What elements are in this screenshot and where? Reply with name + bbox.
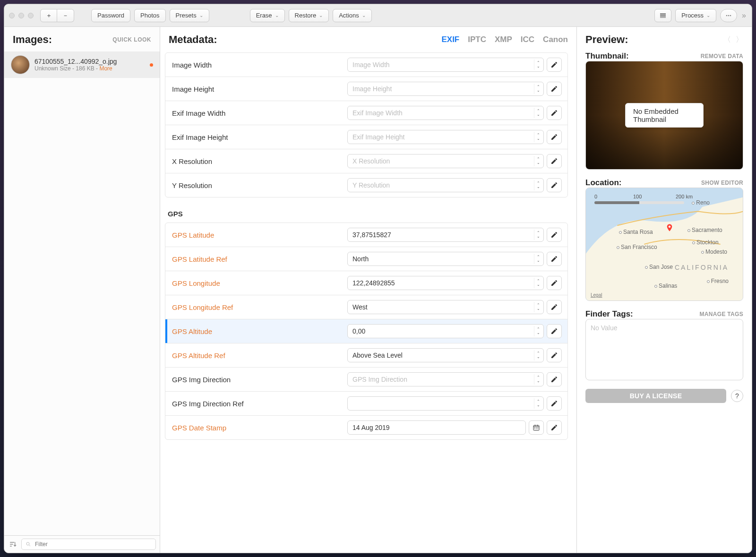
help-button[interactable]: ? — [731, 390, 743, 402]
svg-rect-0 — [660, 13, 666, 15]
prev-image-button[interactable]: 〈 — [723, 35, 731, 45]
table-row[interactable]: GPS Img Direction Ref⌃⌄ — [165, 391, 567, 415]
value-field[interactable]: 37,87515827⌃⌄ — [347, 228, 544, 242]
add-button[interactable]: ＋ — [40, 9, 57, 22]
stepper-arrows[interactable]: ⌃⌄ — [534, 108, 541, 118]
edit-button[interactable] — [547, 276, 562, 290]
select-arrows[interactable]: ⌃⌄ — [534, 254, 541, 264]
table-row[interactable]: X ResolutionX Resolution⌃⌄ — [165, 149, 567, 173]
more-link[interactable]: More — [99, 65, 112, 72]
edit-button[interactable] — [547, 58, 562, 72]
sort-button[interactable] — [8, 540, 17, 549]
value-field[interactable]: 122,24892855⌃⌄ — [347, 276, 544, 290]
erase-button[interactable]: Erase ⌄ — [250, 9, 285, 22]
value-field[interactable]: Image Height⌃⌄ — [347, 82, 544, 96]
table-row[interactable]: GPS Altitude RefAbove Sea Level⌃⌄ — [165, 343, 567, 367]
select-arrows[interactable]: ⌃⌄ — [534, 302, 541, 312]
edit-button[interactable] — [547, 420, 562, 435]
show-editor-button[interactable]: SHOW EDITOR — [701, 180, 743, 186]
tab-iptc[interactable]: IPTC — [468, 35, 486, 44]
value-field[interactable]: Exif Image Height⌃⌄ — [347, 130, 544, 144]
presets-button[interactable]: Presets ⌄ — [170, 9, 209, 22]
value-field[interactable]: Y Resolution⌃⌄ — [347, 178, 544, 192]
filter-field[interactable] — [34, 540, 152, 548]
edit-button[interactable] — [547, 324, 562, 338]
buy-license-button[interactable]: BUY A LICENSE — [585, 389, 726, 403]
process-button[interactable]: Process ⌄ — [675, 9, 716, 22]
stepper-arrows[interactable]: ⌃⌄ — [534, 156, 541, 166]
value-field[interactable]: X Resolution⌃⌄ — [347, 154, 544, 168]
value-field[interactable]: Image Width⌃⌄ — [347, 58, 544, 72]
table-row[interactable]: GPS Latitude37,87515827⌃⌄ — [165, 223, 567, 247]
edit-button[interactable] — [547, 252, 562, 266]
edit-button[interactable] — [547, 130, 562, 144]
select-field[interactable]: West⌃⌄ — [347, 300, 544, 314]
value-field[interactable]: Exif Image Width⌃⌄ — [347, 106, 544, 120]
manage-tags-button[interactable]: MANAGE TAGS — [700, 311, 743, 317]
table-row[interactable]: Exif Image WidthExif Image Width⌃⌄ — [165, 101, 567, 125]
stepper-arrows[interactable]: ⌃⌄ — [534, 132, 541, 142]
stepper-arrows[interactable]: ⌃⌄ — [534, 180, 541, 190]
tab-icc[interactable]: ICC — [521, 35, 534, 44]
calendar-button[interactable] — [529, 420, 544, 435]
select-arrows[interactable]: ⌃⌄ — [534, 350, 541, 360]
table-row[interactable]: GPS Date Stamp14 Aug 2019 — [165, 415, 567, 439]
remove-button[interactable]: － — [57, 9, 74, 22]
list-item[interactable]: 67100555_12...40992_o.jpg Unknown Size -… — [4, 51, 160, 78]
preview-scroll[interactable]: Thumbnail: REMOVE DATA No Embedded Thumb… — [577, 51, 752, 553]
tab-exif[interactable]: EXIF — [441, 35, 459, 44]
location-map[interactable]: 0 100 200 km Reno Santa Rosa Sacramento … — [585, 188, 743, 301]
edit-button[interactable] — [547, 106, 562, 120]
select-field[interactable]: ⌃⌄ — [347, 396, 544, 411]
map-legal-link[interactable]: Legal — [591, 292, 602, 298]
overflow-icon[interactable]: » — [741, 11, 747, 20]
edit-button[interactable] — [547, 228, 562, 242]
photos-button[interactable]: Photos — [134, 9, 165, 22]
tab-canon[interactable]: Canon — [543, 35, 568, 44]
table-row[interactable]: GPS Altitude0,00⌃⌄ — [165, 319, 567, 343]
stepper-arrows[interactable]: ⌃⌄ — [534, 278, 541, 288]
metadata-scroll[interactable]: Image WidthImage Width⌃⌄Image HeightImag… — [160, 51, 576, 553]
minimize-icon[interactable] — [18, 13, 24, 18]
zoom-icon[interactable] — [28, 13, 34, 18]
stepper-arrows[interactable]: ⌃⌄ — [534, 326, 541, 336]
stepper-arrows[interactable]: ⌃⌄ — [534, 230, 541, 240]
date-field[interactable]: 14 Aug 2019 — [347, 420, 526, 435]
table-row[interactable]: Y ResolutionY Resolution⌃⌄ — [165, 173, 567, 197]
select-arrows[interactable]: ⌃⌄ — [534, 398, 541, 409]
window-controls[interactable] — [9, 13, 34, 18]
next-image-button[interactable]: 〉 — [736, 35, 743, 45]
value-field[interactable]: 0,00⌃⌄ — [347, 324, 544, 338]
table-row[interactable]: GPS Longitude122,24892855⌃⌄ — [165, 271, 567, 295]
restore-button[interactable]: Restore ⌄ — [289, 9, 329, 22]
quick-look-button[interactable]: QUICK LOOK — [112, 36, 151, 43]
table-row[interactable]: GPS Img DirectionGPS Img Direction⌃⌄ — [165, 367, 567, 391]
layout-toggle-button[interactable] — [654, 9, 671, 22]
edit-button[interactable] — [547, 300, 562, 314]
table-row[interactable]: Image WidthImage Width⌃⌄ — [165, 53, 567, 77]
select-field[interactable]: North⌃⌄ — [347, 252, 544, 266]
value-field[interactable]: GPS Img Direction⌃⌄ — [347, 372, 544, 386]
remove-data-button[interactable]: REMOVE DATA — [701, 53, 743, 60]
edit-button[interactable] — [547, 396, 562, 411]
table-row[interactable]: GPS Longitude RefWest⌃⌄ — [165, 295, 567, 319]
close-icon[interactable] — [9, 13, 15, 18]
actions-button[interactable]: Actions ⌄ — [333, 9, 372, 22]
edit-button[interactable] — [547, 154, 562, 168]
tab-xmp[interactable]: XMP — [495, 35, 512, 44]
table-row[interactable]: Image HeightImage Height⌃⌄ — [165, 77, 567, 101]
edit-button[interactable] — [547, 82, 562, 96]
stepper-arrows[interactable]: ⌃⌄ — [534, 60, 541, 70]
filter-input[interactable] — [21, 539, 156, 550]
table-row[interactable]: Exif Image HeightExif Image Height⌃⌄ — [165, 125, 567, 149]
table-row[interactable]: GPS Latitude RefNorth⌃⌄ — [165, 247, 567, 271]
edit-button[interactable] — [547, 178, 562, 192]
stepper-arrows[interactable]: ⌃⌄ — [534, 84, 541, 94]
password-button[interactable]: Password — [91, 9, 130, 22]
edit-button[interactable] — [547, 372, 562, 386]
select-field[interactable]: Above Sea Level⌃⌄ — [347, 348, 544, 362]
stepper-arrows[interactable]: ⌃⌄ — [534, 374, 541, 385]
inspector-button[interactable] — [720, 9, 737, 22]
finder-tags-field[interactable]: No Value — [585, 319, 743, 380]
edit-button[interactable] — [547, 348, 562, 362]
